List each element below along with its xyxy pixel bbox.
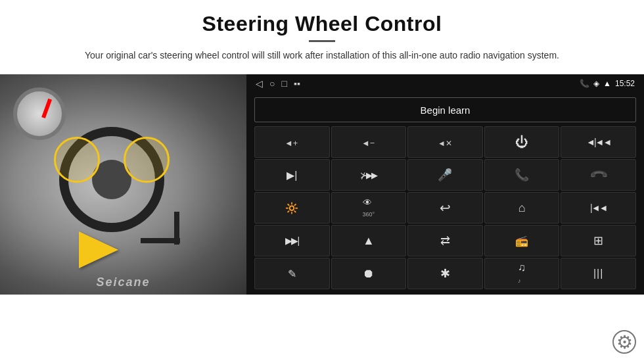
wifi-status-icon: ◈ — [593, 79, 599, 88]
svg-text:◄−: ◄− — [361, 138, 375, 148]
recent-nav-icon[interactable]: □ — [281, 78, 287, 89]
sliders-button[interactable]: ⊞ — [561, 225, 636, 256]
radio-button[interactable]: 📻 — [484, 225, 560, 256]
photo-area: Seicane — [0, 74, 246, 295]
status-right: 📞 ◈ ▲ 15:52 — [580, 79, 635, 88]
signal-small-icon: ▪▪ — [294, 78, 300, 89]
bluetooth-button[interactable]: ✱ — [407, 258, 483, 289]
direction-arrow — [79, 231, 118, 268]
brightness-button[interactable]: 🔆 — [254, 192, 330, 224]
sw-spoke-v — [174, 212, 179, 245]
circle-button[interactable]: ⏺ — [331, 258, 407, 289]
back-button[interactable]: ↩ — [407, 192, 483, 224]
pen-button[interactable]: ✎ — [254, 258, 330, 289]
gauge-left — [13, 87, 66, 140]
swap-button[interactable]: ⇄ — [407, 225, 483, 256]
phone-answer-button[interactable]: 📞 — [484, 159, 560, 191]
highlight-circle-left — [54, 137, 100, 183]
music-button[interactable]: ♫♪ — [484, 258, 560, 289]
highlight-circle-right — [124, 137, 170, 183]
android-screen: ◁ ○ □ ▪▪ 📞 ◈ ▲ 15:52 Begin learn — [246, 74, 644, 295]
status-left: ◁ ○ □ ▪▪ — [256, 78, 300, 89]
controls-grid: ◄+ ◄− ◄✕ ⏻ ◄|◄◄ ▶| ⊁▶▶ — [246, 126, 644, 295]
phone-hangup-button[interactable]: 📞 — [561, 159, 636, 191]
subtitle: Your original car's steering wheel contr… — [66, 49, 578, 62]
mic-button[interactable]: 🎤 — [407, 159, 483, 191]
watermark: Seicane — [96, 275, 150, 289]
content-row: Seicane ◁ ○ □ ▪▪ 📞 ◈ ▲ 15:52 — [0, 74, 644, 295]
cam-360-button[interactable]: 👁360° — [331, 192, 407, 224]
prev-track-button[interactable]: ◄|◄◄ — [561, 126, 636, 158]
power-button[interactable]: ⏻ — [484, 126, 560, 158]
photo-bg: Seicane — [0, 74, 246, 295]
fast-forward-button[interactable]: ▶▶| — [254, 225, 330, 256]
header-section: Steering Wheel Control Your original car… — [0, 0, 644, 68]
home-nav-icon[interactable]: ○ — [269, 78, 275, 89]
svg-text:◄+: ◄+ — [285, 138, 298, 148]
vol-up-button[interactable]: ◄+ — [254, 126, 330, 158]
equalizer-button[interactable]: ||| — [561, 258, 636, 289]
vol-mute-button[interactable]: ◄✕ — [407, 126, 483, 158]
clock: 15:52 — [615, 79, 635, 88]
vol-down-button[interactable]: ◄− — [331, 126, 407, 158]
back-nav-icon[interactable]: ◁ — [256, 78, 263, 89]
page-title: Steering Wheel Control — [39, 12, 605, 36]
skip-forward-button[interactable]: ⊁▶▶ — [331, 159, 407, 191]
begin-learn-button[interactable]: Begin learn — [254, 97, 636, 122]
next-ch-button[interactable]: ▶| — [254, 159, 330, 191]
svg-text:◄✕: ◄✕ — [438, 139, 452, 148]
gear-icon[interactable]: ⚙ — [612, 330, 636, 354]
signal-status-icon: ▲ — [603, 79, 611, 88]
settings-gear-overlay[interactable]: ⚙ — [612, 330, 636, 354]
arrow-container — [79, 231, 118, 268]
page-container: Steering Wheel Control Your original car… — [0, 0, 644, 359]
phone-status-icon: 📞 — [580, 79, 589, 88]
status-bar: ◁ ○ □ ▪▪ 📞 ◈ ▲ 15:52 — [246, 74, 644, 92]
rewind-button[interactable]: |◄◄ — [561, 192, 636, 224]
navigate-button[interactable]: ▲ — [331, 225, 407, 256]
begin-learn-row: Begin learn — [246, 92, 644, 126]
home-button[interactable]: ⌂ — [484, 192, 560, 224]
title-divider — [309, 40, 335, 42]
